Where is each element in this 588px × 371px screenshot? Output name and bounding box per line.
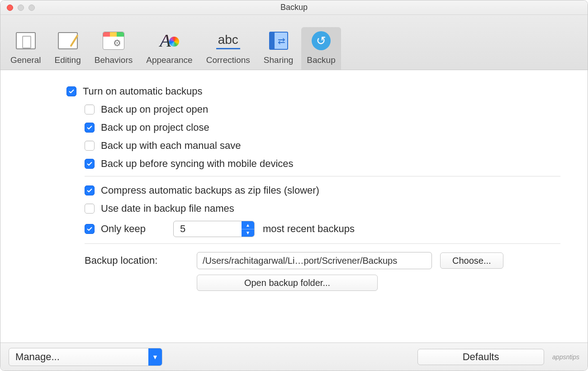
bottom-bar: Manage... ▼ Defaults appsntips [0,342,588,371]
tab-corrections[interactable]: abc Corrections [201,27,256,70]
checkbox-label: Back up on project close [101,122,209,133]
tab-label: Editing [55,55,81,65]
checkbox-label: Back up with each manual save [101,140,241,152]
button-label: Open backup folder... [244,278,330,288]
tab-label: Backup [307,55,335,65]
titlebar: Backup [0,0,588,15]
zoom-window-button[interactable] [28,5,35,11]
keep-count-value: 5 [174,223,242,235]
tab-behaviors[interactable]: Behaviors [89,27,138,70]
check-icon [86,161,93,167]
checkbox-label: Back up before syncing with mobile devic… [101,158,294,170]
window-title: Backup [0,3,588,12]
button-label: Defaults [463,351,499,363]
chevron-up-icon[interactable]: ▲ [242,221,254,229]
corrections-icon: abc [216,33,240,49]
check-icon [86,226,93,232]
check-icon [86,124,93,131]
preferences-toolbar: General Editing Behaviors A Appearance a… [0,15,588,70]
divider [85,176,560,176]
divider [85,243,560,244]
stepper-buttons[interactable]: ▲ ▼ [242,221,254,237]
button-label: Choose... [452,256,491,266]
chevron-down-icon[interactable]: ▼ [148,348,162,366]
tab-label: Appearance [146,55,192,65]
check-icon [86,187,93,194]
checkbox-backup-on-project-close[interactable] [85,123,95,133]
open-backup-folder-button[interactable]: Open backup folder... [197,275,378,291]
window-controls [7,5,35,11]
backup-location-path: /Users/rachitagarwal/Li…port/Scrivener/B… [203,256,397,266]
checkbox-label: Only keep [101,223,173,235]
checkbox-backup-each-manual-save[interactable] [85,141,95,151]
manage-popup[interactable]: Manage... ▼ [9,348,162,366]
tab-editing[interactable]: Editing [49,27,86,70]
checkbox-backup-on-project-open[interactable] [85,105,95,114]
tab-label: Sharing [264,55,294,65]
appearance-icon: A [160,32,179,50]
manage-label: Manage... [9,351,148,363]
defaults-button[interactable]: Defaults [417,349,544,365]
watermark: appsntips [552,353,579,361]
checkbox-only-keep[interactable] [85,224,95,234]
checkbox-label: Use date in backup file names [101,203,234,214]
checkbox-use-date-in-filename[interactable] [85,204,95,214]
tab-general[interactable]: General [5,27,47,70]
tab-appearance[interactable]: A Appearance [141,27,198,70]
checkbox-label: Compress automatic backups as zip files … [101,185,319,196]
tab-label: General [10,55,41,65]
close-window-button[interactable] [7,5,13,11]
sharing-icon [269,32,288,50]
preferences-window: Backup General Editing Behaviors A Appea… [0,0,588,371]
tab-label: Corrections [206,55,250,65]
keep-count-stepper[interactable]: 5 ▲ ▼ [173,221,255,237]
general-icon [16,32,36,49]
backup-location-field[interactable]: /Users/rachitagarwal/Li…port/Scrivener/B… [197,252,432,269]
tab-sharing[interactable]: Sharing [258,27,299,70]
tab-label: Behaviors [95,55,133,65]
checkbox-label: Back up on project open [101,104,208,115]
check-icon [68,88,75,95]
backup-icon: ↺ [312,31,331,50]
behaviors-icon [103,32,124,50]
editing-icon [58,32,78,49]
chevron-down-icon[interactable]: ▼ [242,229,254,237]
checkbox-backup-before-syncing[interactable] [85,159,95,169]
minimize-window-button[interactable] [18,5,24,11]
choose-button[interactable]: Choose... [440,252,503,269]
backup-pane: Turn on automatic backups Back up on pro… [0,70,588,342]
checkbox-turn-on-automatic-backups[interactable] [66,86,76,96]
checkbox-compress-zip[interactable] [85,186,95,195]
backup-location-label: Backup location: [85,255,189,266]
checkbox-label: Turn on automatic backups [83,86,203,97]
tab-backup[interactable]: ↺ Backup [301,27,341,70]
only-keep-suffix: most recent backups [263,223,355,235]
